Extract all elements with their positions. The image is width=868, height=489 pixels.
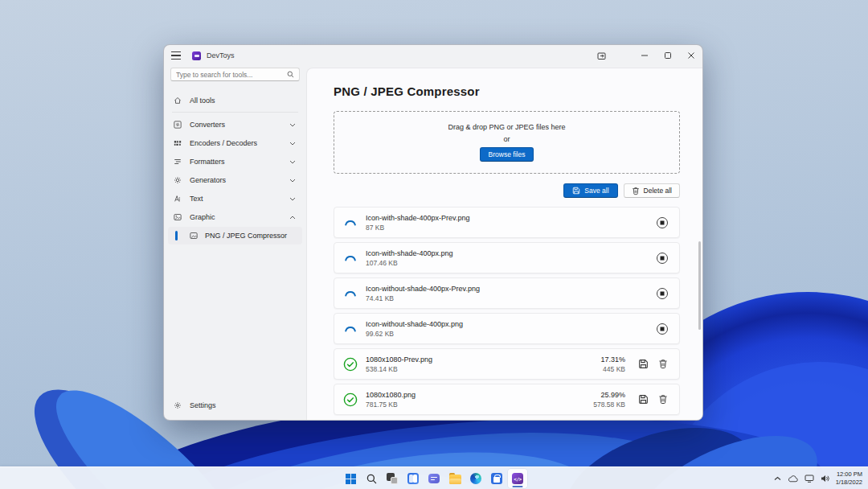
sidebar-item-encoders-decoders[interactable]: Encoders / Decoders	[168, 134, 302, 152]
sidebar-item-formatters[interactable]: Formatters	[168, 153, 302, 171]
sidebar-divider	[172, 112, 298, 113]
delete-file-button[interactable]	[658, 359, 668, 369]
graphic-tools-icon	[173, 213, 182, 222]
search-box[interactable]	[170, 68, 300, 81]
sidebar-item-all-tools[interactable]: All tools	[168, 92, 302, 109]
file-original-size: 538.14 KB	[366, 365, 432, 373]
save-all-button[interactable]: Save all	[563, 183, 617, 198]
converters-icon	[173, 121, 182, 129]
cancel-compression-button[interactable]	[657, 288, 668, 299]
trash-icon	[632, 187, 640, 195]
image-compressor-icon	[189, 232, 198, 240]
encoders-decoders-icon	[173, 139, 182, 148]
widgets-icon	[407, 473, 419, 484]
task-view-icon	[387, 473, 398, 484]
store-button[interactable]	[487, 469, 506, 488]
file-original-size: 99.62 KB	[366, 330, 463, 338]
sidebar-item-png-jpeg-compressor[interactable]: PNG / JPEG Compressor	[168, 227, 302, 244]
sidebar-item-generators[interactable]: Generators	[168, 171, 302, 189]
start-button[interactable]	[341, 469, 360, 488]
minimize-button[interactable]	[633, 45, 656, 66]
chevron-down-icon	[289, 179, 296, 183]
file-name: 1080x1080.png	[366, 391, 416, 399]
chat-button[interactable]	[424, 469, 444, 488]
desktop: DevToys	[0, 0, 868, 489]
taskbar-clock[interactable]: 12:00 PM 1/18/2022	[836, 471, 862, 487]
taskbar-search-button[interactable]	[362, 469, 381, 488]
text-tools-icon	[173, 195, 182, 203]
scrollbar[interactable]	[698, 241, 701, 330]
search-input[interactable]	[176, 71, 287, 79]
file-name: Icon-with-shade-400px.png	[366, 249, 453, 257]
system-tray: 12:00 PM 1/18/2022	[774, 467, 862, 489]
bulk-actions: Save all Delete all	[334, 183, 680, 198]
file-name: 1080x1080-Prev.png	[366, 355, 432, 364]
task-view-button[interactable]	[383, 469, 402, 488]
sidebar-item-settings[interactable]: Settings	[168, 397, 302, 414]
cancel-compression-button[interactable]	[657, 323, 668, 335]
selected-indicator	[175, 231, 178, 240]
success-check-icon	[343, 392, 358, 407]
windows-logo-icon	[346, 474, 356, 484]
file-original-size: 87 KB	[366, 224, 469, 232]
dropzone-or-text: or	[503, 135, 510, 143]
sidebar: All tools Converters Encoder	[164, 66, 306, 420]
devtoys-window: DevToys	[163, 44, 703, 421]
file-row: Icon-without-shade-400px.png 99.62 KB	[334, 313, 680, 344]
file-explorer-button[interactable]	[445, 469, 465, 488]
sidebar-nav: All tools Converters Encoder	[164, 88, 306, 420]
devtoys-taskbar-button[interactable]: </>	[508, 469, 527, 488]
taskbar: </> 12:00 PM 1/18/2022	[0, 466, 868, 489]
onedrive-cloud-icon[interactable]	[788, 475, 798, 483]
save-file-button[interactable]	[638, 359, 649, 369]
taskbar-icons: </>	[341, 467, 527, 489]
maximize-button[interactable]	[656, 45, 679, 66]
progress-spinner-icon	[343, 251, 358, 265]
delete-file-button[interactable]	[658, 394, 668, 405]
edge-button[interactable]	[466, 469, 485, 488]
volume-icon[interactable]	[821, 475, 829, 483]
window-controls	[590, 45, 702, 66]
progress-spinner-icon	[343, 216, 358, 230]
formatters-icon	[173, 158, 182, 166]
generators-icon	[173, 176, 182, 185]
tray-chevron-up-icon[interactable]	[774, 476, 781, 481]
file-name: Icon-without-shade-400px.png	[366, 320, 463, 328]
compression-percentage: 25.99%	[593, 391, 625, 399]
file-row: Icon-without-shade-400px-Prev.png 74.41 …	[334, 277, 680, 309]
delete-all-button[interactable]: Delete all	[624, 183, 680, 198]
dropzone-text: Drag & drop PNG or JPEG files here	[448, 123, 565, 131]
cancel-compression-button[interactable]	[657, 253, 668, 264]
compressed-size: 445 KB	[600, 365, 625, 373]
chevron-down-icon	[289, 123, 296, 127]
hamburger-menu-button[interactable]	[171, 48, 187, 63]
page-title: PNG / JPEG Compressor	[334, 84, 702, 98]
search-icon	[287, 71, 294, 78]
close-button[interactable]	[679, 45, 702, 66]
browse-files-button[interactable]: Browse files	[480, 147, 534, 162]
network-icon[interactable]	[805, 475, 814, 483]
search-icon	[366, 474, 377, 484]
main-content: PNG / JPEG Compressor Drag & drop PNG or…	[306, 68, 702, 420]
edge-icon	[470, 473, 481, 484]
titlebar: DevToys	[164, 45, 702, 66]
save-file-button[interactable]	[638, 394, 649, 405]
dropzone[interactable]: Drag & drop PNG or JPEG files here or Br…	[334, 111, 680, 174]
sidebar-item-converters[interactable]: Converters	[168, 116, 302, 134]
file-row: 1080x1080.png 781.75 KB 25.99% 578.58 KB	[334, 384, 680, 415]
compressed-size: 578.58 KB	[593, 401, 625, 409]
chevron-down-icon	[289, 197, 296, 201]
file-original-size: 107.46 KB	[366, 259, 453, 267]
microsoft-store-icon	[491, 473, 502, 484]
chevron-up-icon	[289, 216, 296, 220]
widgets-button[interactable]	[403, 469, 423, 488]
save-icon	[572, 187, 580, 195]
file-name: Icon-with-shade-400px-Prev.png	[366, 214, 469, 222]
sidebar-item-text[interactable]: Text	[168, 190, 302, 208]
compact-overlay-button[interactable]	[590, 45, 613, 66]
clock-date: 1/18/2022	[836, 479, 862, 487]
sidebar-item-graphic[interactable]: Graphic	[168, 208, 302, 226]
cancel-compression-button[interactable]	[657, 217, 668, 228]
gear-icon	[173, 401, 182, 410]
devtoys-icon: </>	[512, 473, 523, 484]
